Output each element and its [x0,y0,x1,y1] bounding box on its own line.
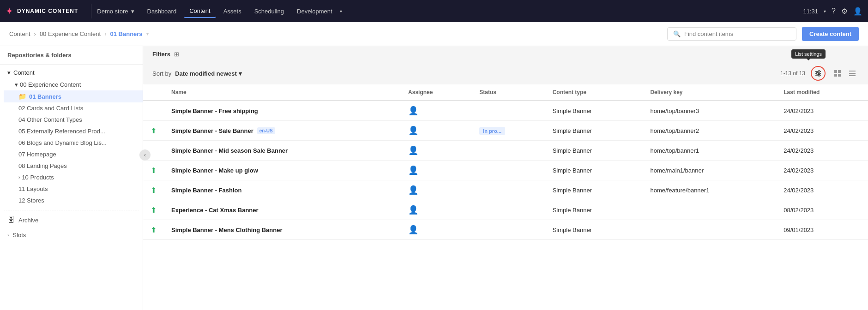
experience-chevron-down-icon: ▾ [15,81,18,88]
sliders-icon [814,70,822,77]
content-chevron-down-icon: ▾ [7,69,11,76]
row-assignee: 👤 [401,101,472,121]
create-content-button[interactable]: Create content [802,27,859,41]
store-selector[interactable]: Demo store ▾ [97,8,134,15]
row-name-text: Simple Banner - Sale Banneren-US [171,127,393,134]
sidebar-slots[interactable]: › Slots [0,228,143,242]
nav-content[interactable]: Content [184,5,216,18]
table-row[interactable]: ⬆Simple Banner - Sale Banneren-US👤In pro… [143,121,868,141]
row-content-type: Simple Banner [545,141,643,161]
breadcrumb-sep-2: › [104,30,106,37]
sidebar-item-products[interactable]: › 10 Products [4,172,143,183]
col-content-type: Content type [545,84,643,101]
row-name[interactable]: Simple Banner - Make up glow [164,161,401,180]
table-row[interactable]: ⬆Simple Banner - Fashion👤Simple Bannerho… [143,180,868,200]
table-row[interactable]: ⬆Simple Banner - Make up glow👤Simple Ban… [143,161,868,180]
assignee-icon: 👤 [408,106,418,115]
table-row[interactable]: Simple Banner - Mid season Sale Banner👤S… [143,141,868,161]
row-status [472,200,545,220]
sidebar-item-layouts[interactable]: 11 Layouts [4,183,143,195]
sidebar-item-ext[interactable]: 05 Externally Referenced Prod... [4,125,143,137]
assignee-icon: 👤 [408,146,418,155]
status-badge: In pro... [479,127,505,135]
logo-icon: ✦ [6,6,13,17]
row-delivery-key: home/feature/banner1 [643,180,776,200]
row-icon-cell: ⬆ [143,200,164,220]
breadcrumb-banners[interactable]: 01 Banners [110,30,143,37]
sidebar-collapse[interactable]: ‹ [139,149,143,161]
sidebar-layouts-label: 11 Layouts [18,185,48,192]
sidebar-item-homepage[interactable]: 07 Homepage [4,149,143,160]
grid-view-button[interactable] [831,67,844,80]
sidebar-experience-group: ▾ 00 Experience Content 📁 01 Banners 02 … [0,79,143,206]
settings-icon[interactable]: ⚙ [841,7,848,16]
list-settings-button[interactable] [811,66,826,81]
assignee-icon: 👤 [408,205,418,215]
nav-assets[interactable]: Assets [218,5,247,18]
sidebar-content-label: Content [13,69,35,76]
row-name[interactable]: Simple Banner - Fashion [164,180,401,200]
row-delivery-key [643,200,776,220]
user-icon[interactable]: 👤 [853,7,862,16]
row-assignee: 👤 [401,141,472,161]
table-row[interactable]: ⬆Experience - Cat Xmas Banner👤Simple Ban… [143,200,868,220]
list-view-button[interactable] [846,67,859,80]
row-name[interactable]: Simple Banner - Sale Banneren-US [164,121,401,141]
row-name-text: Experience - Cat Xmas Banner [171,207,393,214]
breadcrumb-experience[interactable]: 00 Experience Content [40,30,101,37]
row-name[interactable]: Simple Banner - Free shipping [164,101,401,121]
nav-scheduling[interactable]: Scheduling [249,5,289,18]
breadcrumb-content[interactable]: Content [9,30,30,37]
sidebar-header: Repositories & folders [0,46,143,65]
collapse-sidebar-button[interactable]: ‹ [139,149,143,161]
sidebar-item-banners[interactable]: 📁 01 Banners [4,90,143,102]
table-row[interactable]: Simple Banner - Free shipping👤Simple Ban… [143,101,868,121]
svg-point-3 [818,71,820,72]
sidebar-item-other[interactable]: 04 Other Content Types [4,114,143,125]
row-name[interactable]: Experience - Cat Xmas Banner [164,200,401,220]
nav-development[interactable]: Development [291,5,338,18]
row-last-modified: 09/01/2023 [776,220,868,240]
list-icon [849,70,856,77]
col-delivery-key: Delivery key [643,84,776,101]
col-last-modified: Last modified [776,84,868,101]
row-last-modified: 24/02/2023 [776,161,868,180]
sidebar-banners-label: 01 Banners [29,93,61,100]
row-assignee: 👤 [401,220,472,240]
row-delivery-key: home/main1/banner [643,161,776,180]
row-icon-cell: ⬆ [143,180,164,200]
search-input[interactable] [684,30,790,37]
row-last-modified: 24/02/2023 [776,141,868,161]
row-name[interactable]: Simple Banner - Mid season Sale Banner [164,141,401,161]
sort-by-label: Sort by [152,70,171,77]
row-delivery-key: home/top/banner3 [643,101,776,121]
sidebar-item-stores[interactable]: 12 Stores [4,195,143,206]
row-icon-cell: ⬆ [143,121,164,141]
content-green-icon: ⬆ [151,226,157,234]
sidebar-item-landing[interactable]: 08 Landing Pages [4,160,143,172]
row-icon-cell [143,101,164,121]
sort-chevron-icon: ▾ [239,70,242,77]
sidebar-item-blogs[interactable]: 06 Blogs and Dynamic Blog Lis... [4,137,143,149]
sort-select[interactable]: Date modified newest ▾ [175,70,242,77]
row-name[interactable]: Simple Banner - Mens Clothing Banner [164,220,401,240]
help-icon[interactable]: ? [832,7,836,15]
search-box[interactable]: 🔍 [667,27,796,41]
assignee-icon: 👤 [408,166,418,175]
sidebar-products-label: 10 Products [22,174,54,181]
row-content-type: Simple Banner [545,121,643,141]
sidebar-content-toggle[interactable]: ▾ Content [0,66,143,79]
breadcrumb-search: 🔍 Create content [667,27,859,41]
row-last-modified: 24/02/2023 [776,101,868,121]
breadcrumb-chevron-icon: ▾ [146,31,149,36]
sidebar-landing-label: 08 Landing Pages [18,162,67,169]
sidebar-experience-toggle[interactable]: ▾ 00 Experience Content [4,79,143,90]
sidebar-archive[interactable]: 🗄 Archive [0,212,143,228]
nav-dashboard[interactable]: Dashboard [142,5,182,18]
sidebar: Repositories & folders ▾ Content ▾ 00 Ex… [0,46,143,310]
table-row[interactable]: ⬆Simple Banner - Mens Clothing Banner👤Si… [143,220,868,240]
sidebar-item-cards[interactable]: 02 Cards and Card Lists [4,102,143,114]
filter-icon[interactable]: ⊞ [174,51,179,58]
row-assignee: 👤 [401,121,472,141]
filters-bar: Filters ⊞ [143,46,868,62]
